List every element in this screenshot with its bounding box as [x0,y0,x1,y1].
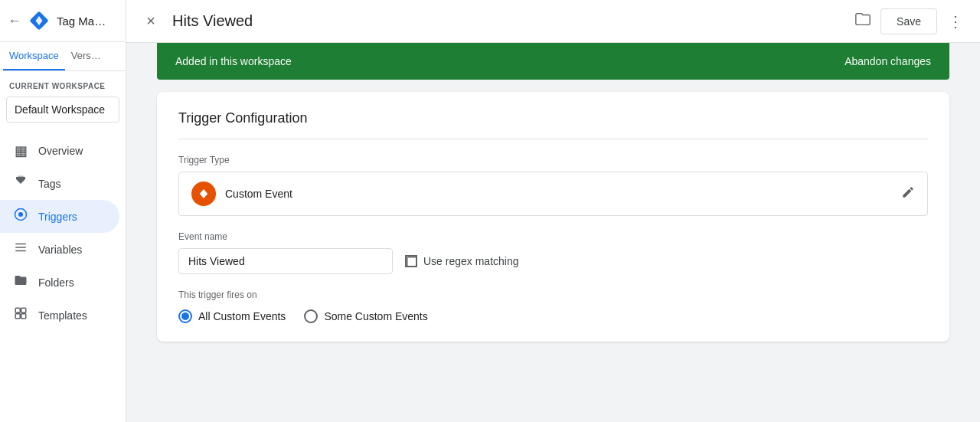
more-options-button[interactable]: ⋮ [943,9,968,34]
event-name-input[interactable] [178,248,393,274]
sidebar-item-label: Variables [38,244,82,256]
sidebar-item-variables[interactable]: Variables [0,233,119,266]
sidebar-item-label: Overview [38,145,83,157]
dialog-actions: Save ⋮ [880,8,968,34]
tags-icon [12,175,29,192]
sidebar-item-templates[interactable]: Templates [0,299,119,332]
tab-versions[interactable]: Vers… [65,42,107,70]
svg-rect-6 [15,247,26,248]
dialog-body: Added in this workspace Abandon changes … [126,43,980,422]
svg-rect-11 [21,314,26,319]
folders-icon [12,273,29,291]
sidebar-item-label: Templates [38,309,87,322]
tab-workspace[interactable]: Workspace [3,42,65,70]
current-workspace-label: CURRENT WORKSPACE [0,71,126,93]
radio-label-all: All Custom Events [198,310,286,322]
radio-circle-all [178,309,192,323]
event-name-label: Event name [178,231,928,242]
radio-label-some: Some Custom Events [324,310,427,322]
dialog-overlay: × Hits Viewed Save ⋮ Added in this works… [126,0,980,422]
regex-checkbox[interactable] [405,255,417,267]
sidebar-item-label: Folders [38,276,74,289]
sidebar-header: ← Tag Ma… [0,0,126,42]
notification-bar: Added in this workspace Abandon changes [157,43,949,80]
radio-all-custom-events[interactable]: All Custom Events [178,309,286,323]
back-button[interactable]: ← [8,13,21,29]
sidebar-item-label: Tags [38,178,61,190]
radio-some-custom-events[interactable]: Some Custom Events [304,309,427,323]
workspace-tabs: Workspace Vers… [0,42,126,71]
sidebar-item-triggers[interactable]: Triggers [0,200,119,233]
trigger-type-selector[interactable]: Custom Event [178,172,928,216]
templates-icon [12,306,29,324]
custom-event-icon [191,182,216,206]
event-name-row: Use regex matching [178,248,928,274]
abandon-changes-link[interactable]: Abandon changes [844,55,931,67]
sidebar-nav: ▦ Overview Tags Triggers [0,135,126,332]
svg-rect-5 [15,244,26,245]
svg-marker-12 [200,189,208,198]
sidebar-item-tags[interactable]: Tags [0,167,119,200]
app-logo [28,9,51,32]
edit-trigger-type-icon[interactable] [901,185,915,203]
regex-label-text: Use regex matching [423,255,519,267]
save-button[interactable]: Save [880,8,937,34]
trigger-type-label: Trigger Type [178,155,928,165]
regex-label[interactable]: Use regex matching [405,255,519,267]
radio-circle-some [304,309,318,323]
svg-rect-13 [407,257,416,267]
svg-rect-9 [21,308,26,312]
svg-rect-2 [18,176,24,178]
overview-icon: ▦ [12,142,29,159]
fires-on-section: This trigger fires on All Custom Events … [178,290,928,323]
sidebar: ← Tag Ma… Workspace Vers… CURRENT WORKSP… [0,0,126,422]
triggers-icon [12,208,29,225]
svg-rect-8 [15,308,20,312]
trigger-type-left: Custom Event [191,182,292,206]
sidebar-item-folders[interactable]: Folders [0,266,119,299]
dialog-header: × Hits Viewed Save ⋮ [126,0,980,43]
svg-point-4 [18,212,23,217]
dialog-title: Hits Viewed [172,12,845,30]
close-button[interactable]: × [139,9,163,34]
app-name: Tag Ma… [57,15,106,28]
svg-rect-10 [15,314,20,319]
sidebar-item-overview[interactable]: ▦ Overview [0,135,119,167]
trigger-type-name: Custom Event [225,188,292,200]
folder-button[interactable] [854,11,871,31]
svg-rect-7 [15,250,26,252]
main-area: × Hits Viewed Save ⋮ Added in this works… [126,0,980,422]
config-title: Trigger Configuration [178,110,928,139]
sidebar-item-label: Triggers [38,211,77,223]
config-card: Trigger Configuration Trigger Type Custo… [157,92,949,342]
event-name-section: Event name Use regex matching [178,231,928,274]
radio-group: All Custom Events Some Custom Events [178,309,928,323]
workspace-name[interactable]: Default Workspace [6,97,119,123]
fires-on-label: This trigger fires on [178,290,928,300]
notification-text: Added in this workspace [175,55,292,67]
variables-icon [12,240,29,258]
